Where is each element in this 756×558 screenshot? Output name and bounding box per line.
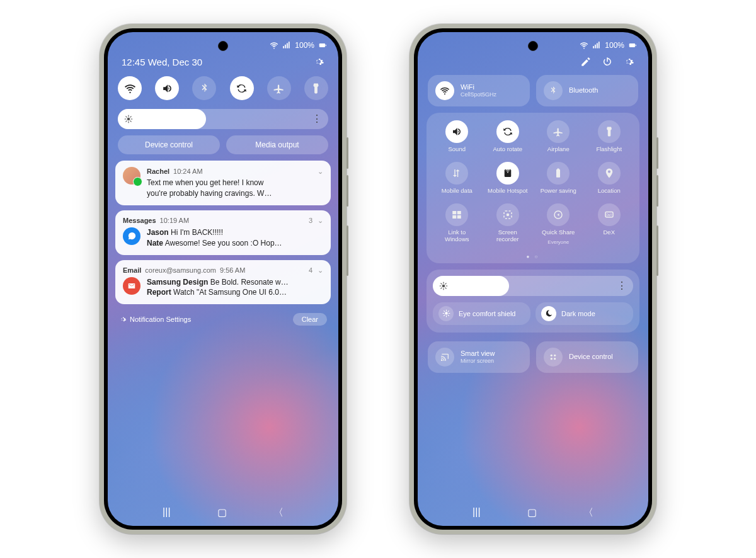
datetime-label: 12:45 Wed, Dec 30 (122, 57, 202, 67)
email-app-icon (123, 277, 140, 295)
settings-gear-icon[interactable] (313, 56, 324, 67)
screenrec-tile[interactable]: Screen recorder (488, 203, 528, 245)
display-panel: ⋮ Eye comfort shield Dark mode (427, 270, 639, 333)
autorotate-tile[interactable]: Auto rotate (488, 120, 528, 153)
brightness-menu-icon[interactable]: ⋮ (617, 281, 627, 291)
battery-text: 100% (295, 41, 314, 50)
notif-time: 9:56 AM (220, 266, 245, 274)
cast-icon (435, 348, 454, 367)
smartview-tile[interactable]: Smart view Mirror screen (428, 341, 530, 373)
phone-notification-panel: 100% 12:45 Wed, Dec 30 ⋮ Device control … (100, 24, 346, 534)
notif-app: Messages (123, 217, 156, 224)
autorotate-toggle[interactable] (230, 76, 254, 100)
recent-apps-button[interactable]: ||| (163, 506, 170, 520)
signal-status-icon (592, 41, 601, 50)
eyecomfort-toggle[interactable]: Eye comfort shield (433, 302, 530, 325)
mobiledata-tile[interactable]: Mobile data (437, 162, 477, 195)
wifi-status-icon (580, 41, 588, 50)
back-button[interactable]: 〈 (583, 506, 593, 520)
notif-from: coreux@samsung.com (145, 266, 216, 274)
expand-chevron-icon[interactable]: ⌄ (318, 217, 323, 225)
sound-toggle[interactable] (155, 76, 179, 100)
darkmode-toggle[interactable]: Dark mode (536, 302, 633, 325)
brightness-icon (124, 115, 133, 123)
brightness-slider[interactable]: ⋮ (118, 109, 328, 129)
flashlight-tile[interactable]: Flashlight (589, 120, 629, 153)
notif-text: Samsung Design Be Bold. Resonate w… (147, 277, 323, 288)
clear-notifications-button[interactable]: Clear (293, 313, 327, 326)
bluetooth-label: Bluetooth (569, 86, 598, 94)
hotspot-tile[interactable]: Mobile Hotspot (488, 162, 528, 195)
powersaving-tile[interactable]: Power saving (538, 162, 578, 195)
windows-icon (451, 209, 462, 220)
flashlight-toggle[interactable] (304, 76, 328, 100)
battery-icon (553, 168, 564, 179)
notif-text: Nate Awesome! See you soon :O Hop… (147, 238, 323, 249)
airplane-icon (553, 126, 564, 137)
darkmode-icon (541, 306, 556, 321)
notification-card[interactable]: Rachel 10:24 AM ⌄ Text me when you get h… (115, 161, 331, 205)
battery-icon (318, 41, 327, 50)
wifi-icon (435, 81, 454, 100)
sound-tile[interactable]: Sound (437, 120, 477, 153)
expand-chevron-icon[interactable]: ⌄ (318, 167, 323, 176)
nav-bar: ||| ▢ 〈 (108, 506, 338, 520)
eyecomfort-icon (438, 306, 454, 321)
notif-count: 4 (309, 266, 312, 274)
page-indicator: ● ○ (432, 254, 634, 259)
media-output-button[interactable]: Media output (226, 135, 328, 154)
notif-text: Report Watch "At Samsung One UI 6.0… (147, 287, 323, 298)
bluetooth-tile[interactable]: Bluetooth (536, 75, 638, 106)
signal-status-icon (282, 41, 291, 50)
back-button[interactable]: 〈 (273, 506, 284, 520)
notif-text: Jason Hi I'm BACK!!!!! (147, 227, 323, 238)
location-icon (604, 168, 615, 179)
notification-card[interactable]: Messages 10:19 AM 3 ⌄ Jason Hi I'm BACK!… (115, 210, 331, 255)
notif-time: 10:19 AM (160, 217, 189, 224)
messages-badge-icon (133, 177, 142, 186)
home-button[interactable]: ▢ (217, 506, 227, 520)
gear-icon (119, 316, 127, 323)
quick-settings-grid: Sound Auto rotate Airplane Flashlight Mo… (427, 113, 639, 263)
smartview-label: Smart view (461, 350, 495, 358)
hotspot-icon (502, 168, 513, 179)
bluetooth-toggle[interactable] (192, 76, 216, 100)
wifi-network: CellSpot5GHz (461, 91, 496, 98)
devicecontrol-label: Device control (569, 353, 613, 361)
brightness-slider[interactable]: ⋮ (433, 276, 633, 296)
recent-apps-button[interactable]: ||| (472, 506, 480, 520)
airplane-toggle[interactable] (267, 76, 291, 100)
linkwindows-tile[interactable]: Link to Windows (437, 203, 477, 245)
wifi-tile[interactable]: WiFi CellSpot5GHz (428, 75, 530, 106)
bluetooth-icon (544, 81, 563, 100)
location-tile[interactable]: Location (589, 162, 629, 195)
messages-app-icon (123, 227, 140, 245)
power-icon[interactable] (602, 56, 613, 67)
settings-gear-icon[interactable] (623, 56, 634, 67)
edit-pencil-icon[interactable] (580, 56, 592, 67)
expand-chevron-icon[interactable]: ⌄ (318, 266, 323, 275)
notif-text: Text me when you get here! I know (147, 178, 323, 188)
brightness-menu-icon[interactable]: ⋮ (312, 114, 322, 124)
dex-tile[interactable]: DeX (589, 203, 629, 245)
quickshare-icon (553, 209, 564, 220)
wifi-toggle[interactable] (118, 76, 142, 100)
notif-sender: Rachel (147, 167, 169, 176)
devicecontrol-tile[interactable]: Device control (536, 341, 638, 373)
airplane-tile[interactable]: Airplane (538, 120, 578, 153)
wifi-label: WiFi (461, 83, 496, 91)
device-control-button[interactable]: Device control (118, 135, 220, 154)
home-button[interactable]: ▢ (527, 506, 537, 520)
notification-settings-button[interactable]: Notification Settings (119, 316, 191, 323)
quickshare-tile[interactable]: Quick ShareEveryone (538, 203, 578, 245)
notification-card[interactable]: Email coreux@samsung.com 9:56 AM 4 ⌄ Sam… (115, 260, 331, 305)
nav-bar: ||| ▢ 〈 (418, 506, 648, 520)
notif-count: 3 (309, 217, 312, 224)
notif-text: you're probably having cravings. W… (147, 188, 323, 199)
devicecontrol-icon (544, 348, 563, 367)
mobiledata-icon (451, 168, 462, 179)
notif-app: Email (123, 266, 141, 274)
smartview-sub: Mirror screen (461, 358, 495, 365)
contact-avatar (123, 167, 140, 185)
brightness-icon (439, 282, 448, 290)
